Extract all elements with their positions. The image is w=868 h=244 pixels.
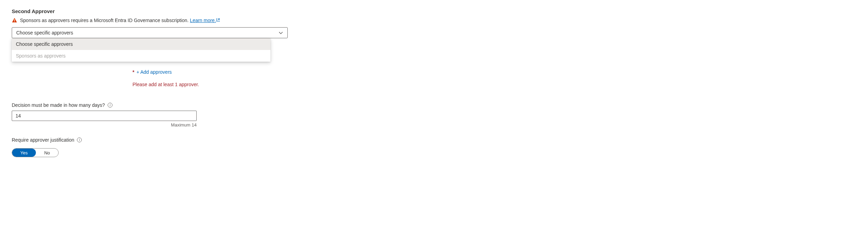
approver-type-dropdown-list: Choose specific approvers Sponsors as ap… bbox=[12, 38, 270, 62]
approver-type-dropdown[interactable]: Choose specific approvers bbox=[12, 27, 288, 38]
approver-error-text: Please add at least 1 approver. bbox=[132, 82, 856, 87]
require-justification-label: Require approver justification bbox=[12, 137, 74, 143]
external-link-icon bbox=[216, 18, 220, 23]
decision-days-input[interactable] bbox=[12, 111, 197, 121]
chevron-down-icon bbox=[278, 30, 283, 35]
learn-more-text: Learn more. bbox=[190, 18, 216, 23]
info-icon[interactable]: i bbox=[77, 138, 82, 142]
decision-days-helper: Maximum 14 bbox=[12, 122, 197, 128]
require-justification-toggle: Yes No bbox=[12, 148, 59, 157]
require-justification-field: Require approver justification i Yes No bbox=[12, 137, 856, 157]
add-approvers-area: * + Add approvers Please add at least 1 … bbox=[132, 69, 856, 87]
toggle-no[interactable]: No bbox=[36, 149, 58, 157]
svg-rect-0 bbox=[14, 19, 15, 21]
add-approvers-link[interactable]: + Add approvers bbox=[136, 69, 171, 75]
decision-days-label: Decision must be made in how many days? bbox=[12, 102, 105, 108]
sponsors-warning: Sponsors as approvers requires a Microso… bbox=[12, 18, 856, 23]
section-title: Second Approver bbox=[12, 8, 856, 14]
warning-icon bbox=[12, 18, 17, 23]
toggle-yes[interactable]: Yes bbox=[12, 149, 36, 157]
dropdown-selected-value: Choose specific approvers bbox=[16, 30, 73, 35]
decision-days-field: Decision must be made in how many days? … bbox=[12, 102, 856, 128]
warning-text: Sponsors as approvers requires a Microso… bbox=[20, 18, 220, 23]
approver-type-dropdown-container: Choose specific approvers Choose specifi… bbox=[12, 27, 288, 38]
warning-message: Sponsors as approvers requires a Microso… bbox=[20, 18, 190, 23]
learn-more-link[interactable]: Learn more. bbox=[190, 18, 220, 23]
add-approvers-line: * + Add approvers bbox=[132, 69, 856, 75]
required-asterisk: * bbox=[132, 69, 134, 75]
info-icon[interactable]: i bbox=[108, 103, 112, 108]
dropdown-option-sponsors[interactable]: Sponsors as approvers bbox=[12, 50, 270, 62]
dropdown-option-specific[interactable]: Choose specific approvers bbox=[12, 38, 270, 50]
svg-rect-1 bbox=[14, 21, 15, 22]
